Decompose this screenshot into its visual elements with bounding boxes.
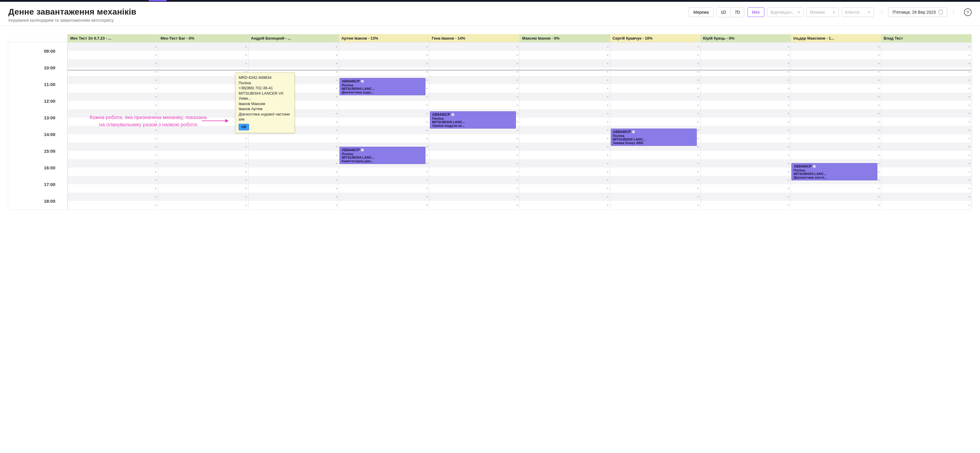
add-slot-button[interactable]: + — [245, 51, 248, 59]
add-slot-button[interactable]: + — [335, 184, 338, 193]
add-slot-button[interactable]: + — [877, 184, 880, 193]
add-slot-button[interactable]: + — [335, 101, 338, 109]
add-slot-button[interactable]: + — [245, 134, 248, 143]
add-slot-button[interactable]: + — [606, 109, 609, 118]
add-slot-button[interactable]: + — [335, 193, 338, 201]
add-slot-button[interactable]: + — [787, 67, 790, 76]
scheduled-event[interactable]: АВ8446СРПолінаMITSUBISHI LANC...Діагност… — [791, 163, 877, 180]
add-slot-button[interactable]: + — [968, 59, 971, 67]
add-slot-button[interactable]: + — [516, 134, 519, 143]
mechanic-column-header[interactable]: Влад Тест — [881, 34, 972, 42]
add-slot-button[interactable]: + — [425, 118, 428, 126]
next-date-button[interactable]: 〉 — [950, 8, 959, 16]
add-slot-button[interactable]: + — [154, 84, 158, 93]
mechanic-column-header[interactable]: Сергій Кравчук - 10% — [610, 34, 701, 42]
add-slot-button[interactable]: + — [606, 143, 609, 151]
add-slot-button[interactable]: + — [968, 43, 971, 51]
add-slot-button[interactable]: + — [787, 84, 790, 93]
add-slot-button[interactable]: + — [335, 201, 338, 209]
add-slot-button[interactable]: + — [516, 67, 519, 76]
add-slot-button[interactable]: + — [516, 126, 519, 134]
add-slot-button[interactable]: + — [968, 134, 971, 143]
add-slot-button[interactable]: + — [154, 143, 158, 151]
add-slot-button[interactable]: + — [606, 101, 609, 109]
add-slot-button[interactable]: + — [516, 151, 519, 159]
add-slot-button[interactable]: + — [606, 43, 609, 51]
add-slot-button[interactable]: + — [606, 176, 609, 184]
add-slot-button[interactable]: + — [968, 143, 971, 151]
add-slot-button[interactable]: + — [787, 184, 790, 193]
add-slot-button[interactable]: + — [968, 93, 971, 101]
add-slot-button[interactable]: + — [154, 118, 158, 126]
add-slot-button[interactable]: + — [245, 43, 248, 51]
add-slot-button[interactable]: + — [516, 43, 519, 51]
add-slot-button[interactable]: + — [877, 193, 880, 201]
add-slot-button[interactable]: + — [787, 201, 790, 209]
add-slot-button[interactable]: + — [335, 76, 338, 84]
add-slot-button[interactable]: + — [154, 159, 158, 167]
add-slot-button[interactable]: + — [245, 184, 248, 193]
add-slot-button[interactable]: + — [154, 67, 158, 76]
add-slot-button[interactable]: + — [425, 159, 428, 167]
add-slot-button[interactable]: + — [968, 176, 971, 184]
add-slot-button[interactable]: + — [606, 151, 609, 159]
add-slot-button[interactable]: + — [425, 109, 428, 118]
add-slot-button[interactable]: + — [425, 59, 428, 67]
add-slot-button[interactable]: + — [697, 43, 700, 51]
add-slot-button[interactable]: + — [787, 109, 790, 118]
add-slot-button[interactable]: + — [697, 67, 700, 76]
add-slot-button[interactable]: + — [425, 93, 428, 101]
add-slot-button[interactable]: + — [877, 109, 880, 118]
add-slot-button[interactable]: + — [877, 143, 880, 151]
add-slot-button[interactable]: + — [877, 159, 880, 167]
add-slot-button[interactable]: + — [154, 59, 158, 67]
mechanic-column-header[interactable]: Артем Іванов - 13% — [339, 34, 429, 42]
add-slot-button[interactable]: + — [787, 76, 790, 84]
add-slot-button[interactable]: + — [968, 51, 971, 59]
add-slot-button[interactable]: + — [787, 118, 790, 126]
add-slot-button[interactable]: + — [968, 118, 971, 126]
add-slot-button[interactable]: + — [245, 59, 248, 67]
scheduled-event[interactable]: АВ8446СРПолінаMITSUBISHI LANC...Заміна б… — [611, 129, 697, 146]
add-slot-button[interactable]: + — [425, 201, 428, 209]
add-slot-button[interactable]: + — [425, 43, 428, 51]
add-slot-button[interactable]: + — [877, 84, 880, 93]
add-slot-button[interactable]: + — [335, 84, 338, 93]
prev-date-button[interactable]: 〈 — [877, 8, 885, 16]
add-slot-button[interactable]: + — [425, 176, 428, 184]
add-slot-button[interactable]: + — [154, 176, 158, 184]
add-slot-button[interactable]: + — [516, 109, 519, 118]
add-slot-button[interactable]: + — [787, 143, 790, 151]
add-slot-button[interactable]: + — [787, 126, 790, 134]
add-slot-button[interactable]: + — [606, 84, 609, 93]
mechanic-column-header[interactable]: Гена Іванов - 14% — [429, 34, 520, 42]
date-picker[interactable]: П'ятниця, 29 Вер 2023 — [888, 8, 947, 17]
add-slot-button[interactable]: + — [154, 109, 158, 118]
add-slot-button[interactable]: + — [877, 67, 880, 76]
add-slot-button[interactable]: + — [606, 126, 609, 134]
add-slot-button[interactable]: + — [697, 167, 700, 176]
add-slot-button[interactable]: + — [154, 167, 158, 176]
add-slot-button[interactable]: + — [606, 134, 609, 143]
add-slot-button[interactable]: + — [697, 151, 700, 159]
add-slot-button[interactable]: + — [245, 151, 248, 159]
mechanic-column-header[interactable]: Мех-Тест Баг - 0% — [158, 34, 249, 42]
add-slot-button[interactable]: + — [335, 126, 338, 134]
add-slot-button[interactable]: + — [606, 201, 609, 209]
add-slot-button[interactable]: + — [968, 84, 971, 93]
network-button[interactable]: Мережа — [689, 8, 713, 17]
add-slot-button[interactable]: + — [877, 43, 880, 51]
add-slot-button[interactable]: + — [516, 159, 519, 167]
add-slot-button[interactable]: + — [606, 59, 609, 67]
add-slot-button[interactable]: + — [787, 151, 790, 159]
add-slot-button[interactable]: + — [606, 93, 609, 101]
add-slot-button[interactable]: + — [877, 134, 880, 143]
add-slot-button[interactable]: + — [245, 193, 248, 201]
add-slot-button[interactable]: + — [877, 167, 880, 176]
add-slot-button[interactable]: + — [516, 201, 519, 209]
add-slot-button[interactable]: + — [697, 51, 700, 59]
add-slot-button[interactable]: + — [154, 51, 158, 59]
add-slot-button[interactable]: + — [787, 101, 790, 109]
add-slot-button[interactable]: + — [425, 76, 428, 84]
add-slot-button[interactable]: + — [697, 159, 700, 167]
